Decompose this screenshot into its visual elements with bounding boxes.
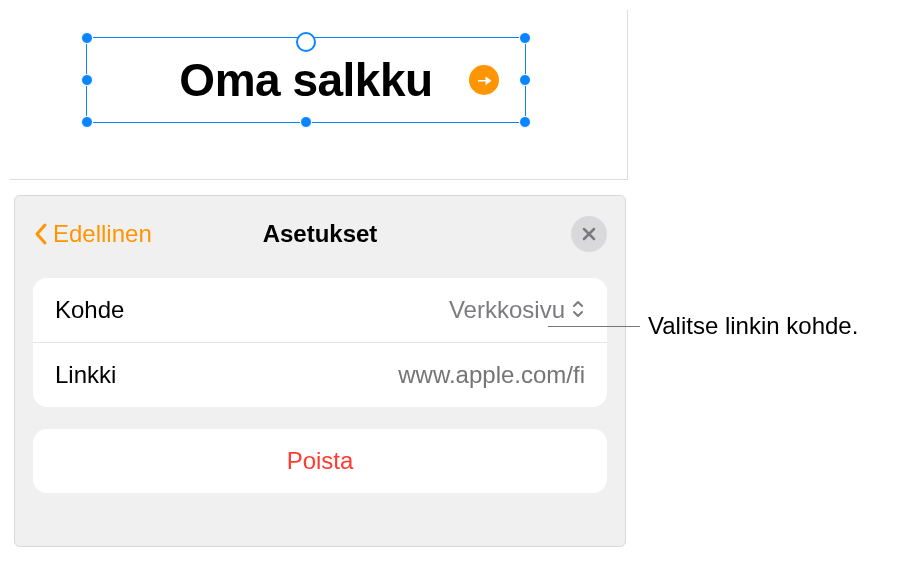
resize-handle-bl[interactable] bbox=[81, 116, 93, 128]
delete-button-label: Poista bbox=[287, 447, 354, 474]
target-value: Verkkosivu bbox=[449, 296, 565, 324]
chevron-left-icon bbox=[33, 222, 49, 246]
link-row: Linkki bbox=[33, 342, 607, 407]
callout-line bbox=[548, 326, 640, 327]
close-icon bbox=[582, 227, 596, 241]
selected-text-object[interactable]: Oma salkku bbox=[86, 37, 526, 123]
back-button-label: Edellinen bbox=[53, 220, 152, 248]
resize-handle-mr[interactable] bbox=[519, 74, 531, 86]
resize-handle-ml[interactable] bbox=[81, 74, 93, 86]
resize-handle-tr[interactable] bbox=[519, 32, 531, 44]
updown-icon bbox=[571, 296, 585, 324]
text-object-content[interactable]: Oma salkku bbox=[87, 53, 525, 107]
rotate-handle[interactable] bbox=[296, 32, 316, 52]
resize-handle-tl[interactable] bbox=[81, 32, 93, 44]
target-select[interactable]: Verkkosivu bbox=[449, 296, 585, 324]
target-label: Kohde bbox=[55, 296, 124, 324]
popover-title: Asetukset bbox=[263, 220, 378, 248]
link-input[interactable] bbox=[285, 361, 585, 389]
canvas-area: Oma salkku bbox=[10, 10, 628, 180]
settings-group: Kohde Verkkosivu Linkki bbox=[33, 278, 607, 407]
close-button[interactable] bbox=[571, 216, 607, 252]
resize-handle-bm[interactable] bbox=[300, 116, 312, 128]
link-label: Linkki bbox=[55, 361, 116, 389]
link-indicator-icon[interactable] bbox=[469, 65, 499, 95]
back-button[interactable]: Edellinen bbox=[33, 220, 152, 248]
callout-text: Valitse linkin kohde. bbox=[648, 312, 858, 340]
link-settings-popover: Edellinen Asetukset Kohde Verkkosivu Lin… bbox=[14, 195, 626, 547]
delete-button[interactable]: Poista bbox=[33, 429, 607, 493]
popover-header: Edellinen Asetukset bbox=[33, 212, 607, 256]
resize-handle-br[interactable] bbox=[519, 116, 531, 128]
target-row[interactable]: Kohde Verkkosivu bbox=[33, 278, 607, 342]
